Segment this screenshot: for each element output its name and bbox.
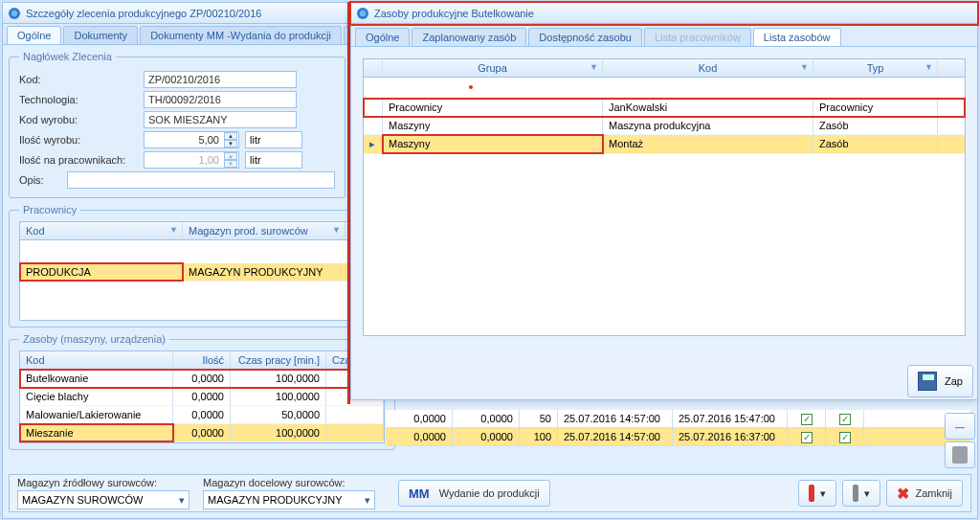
spinner-ilosc[interactable]: ▲▼ xyxy=(224,132,237,147)
rrow-2[interactable]: ▸ Maszyny Montaż Zasób xyxy=(364,135,965,154)
spin-down-icon: ▼ xyxy=(224,160,237,168)
check-icon[interactable]: ✓ xyxy=(839,414,851,425)
rgcol-grupa[interactable]: Grupa▼ xyxy=(383,59,603,77)
filter-icon[interactable]: ▼ xyxy=(924,62,933,72)
rcol-ilosc[interactable]: Ilość xyxy=(173,351,231,369)
wcol-kod[interactable]: Kod▼ xyxy=(20,222,183,239)
workers-grid[interactable]: Kod▼ Magazyn prod. surowców▼ Ilo PRODUKC… xyxy=(19,221,375,321)
rcell[interactable]: Butelkowanie xyxy=(20,370,173,387)
rcell[interactable] xyxy=(326,424,384,441)
rcell[interactable]: 100,0000 xyxy=(231,370,326,387)
tab-dokumenty[interactable]: Dokumenty xyxy=(63,26,138,44)
field-tech[interactable]: TH/00092/2016 xyxy=(144,91,297,108)
right-titlebar[interactable]: Zasoby produkcyjne Butelkowanie xyxy=(351,3,977,24)
res-row-2[interactable]: Malowanie/Lakierowanie 0,0000 50,0000 xyxy=(20,406,384,424)
rcell[interactable]: Pracownicy xyxy=(813,99,938,116)
rtab-zasobow[interactable]: Lista zasobów xyxy=(753,28,841,46)
src-combo[interactable]: MAGAZYN SUROWCÓW xyxy=(17,490,189,509)
rcell[interactable]: Montaż xyxy=(603,135,813,153)
sched-row-0[interactable]: 0,0000 0,0000 50 25.07.2016 14:57:00 25.… xyxy=(386,410,969,428)
rtab-pracownikow[interactable]: Lista pracowników xyxy=(644,28,751,46)
tab-dok-mm[interactable]: Dokumenty MM -Wydania do produkcji xyxy=(140,26,342,44)
filter-icon[interactable]: ▼ xyxy=(332,225,341,235)
rcell[interactable]: 0,0000 xyxy=(173,424,231,441)
src-value: MAGAZYN SUROWCÓW xyxy=(22,494,144,506)
workers-row-0[interactable]: PRODUKCJA MAGAZYN PRODUKCYJNY xyxy=(20,263,374,282)
spin-up-icon[interactable]: ▲ xyxy=(224,132,237,140)
rcell[interactable]: 100,0000 xyxy=(231,388,326,405)
close-button[interactable]: ✖ Zamknij xyxy=(886,480,963,507)
field-ilosc[interactable]: 5,00 ▲▼ xyxy=(144,131,239,148)
tab-ogolne[interactable]: Ogólne xyxy=(7,26,61,44)
fieldset-workers: Pracownicy Kod▼ Magazyn prod. surowców▼ … xyxy=(9,204,386,328)
field-wyrob[interactable]: SOK MIESZANY xyxy=(144,111,297,128)
rcell[interactable]: 100,0000 xyxy=(231,424,326,441)
dst-combo[interactable]: MAGAZYN PRODUKCYJNY xyxy=(203,490,375,509)
rgcol-typ-txt: Typ xyxy=(867,62,884,74)
field-iloscpr: 1,00 ▲▼ xyxy=(144,151,239,169)
save-button[interactable]: Zap xyxy=(907,365,973,397)
spin-down-icon[interactable]: ▼ xyxy=(224,140,237,147)
unit-ilosc[interactable]: litr xyxy=(245,131,302,148)
rcell[interactable]: Zasób xyxy=(813,117,938,134)
scell: 50 xyxy=(520,410,558,427)
row-handle: ▸ xyxy=(364,135,383,153)
rtab-dostepnosc[interactable]: Dostępność zasobu xyxy=(528,28,642,46)
rcell[interactable]: Malowanie/Lakierowanie xyxy=(20,406,173,423)
rgcol-kod[interactable]: Kod▼ xyxy=(603,59,813,77)
field-opis[interactable] xyxy=(67,171,335,189)
filter-icon[interactable]: ▼ xyxy=(590,62,598,72)
rrow-0[interactable]: Pracownicy JanKowalski Pracownicy xyxy=(364,99,965,117)
rcell[interactable] xyxy=(326,406,384,423)
gear-icon xyxy=(357,8,368,19)
rtab-ogolne[interactable]: Ogólne xyxy=(355,28,410,46)
pdf-button[interactable]: ▾ xyxy=(798,480,836,507)
rcell[interactable]: 50,0000 xyxy=(231,406,326,423)
wcell-mag[interactable]: MAGAZYN PRODUKCYJNY xyxy=(183,263,374,281)
sched-row-1[interactable]: 0,0000 0,0000 100 25.07.2016 14:57:00 25… xyxy=(386,428,969,446)
scell-chk[interactable]: ✓ xyxy=(826,410,864,428)
rcell[interactable]: Zasób xyxy=(813,135,938,153)
wcol-mag[interactable]: Magazyn prod. surowców▼ xyxy=(183,222,345,239)
rcell[interactable]: Cięcie blachy xyxy=(20,388,173,405)
rcell[interactable]: Maszyna produkcyjna xyxy=(603,117,813,134)
scell-chk[interactable]: ✓ xyxy=(788,410,826,428)
scell-chk[interactable]: ✓ xyxy=(788,428,826,446)
rcell[interactable]: 0,0000 xyxy=(173,406,231,423)
rcell[interactable]: JanKowalski xyxy=(603,99,813,116)
res-row-0[interactable]: Butelkowanie 0,0000 100,0000 xyxy=(20,370,384,388)
check-icon[interactable]: ✓ xyxy=(801,414,813,425)
del-button-button[interactable] xyxy=(945,441,975,468)
fieldset-resources: Zasoby (maszyny, urządzenia) Kod Ilość C… xyxy=(9,333,395,450)
rcol-czas[interactable]: Czas pracy [min.] xyxy=(231,351,326,369)
rcell[interactable]: Mieszanie xyxy=(20,424,173,441)
rgcol-typ[interactable]: Typ▼ xyxy=(813,59,938,77)
trash-icon xyxy=(952,446,968,463)
res-row-3[interactable]: Mieszanie 0,0000 100,0000 xyxy=(20,424,384,442)
rtab-zaplanowany[interactable]: Zaplanowany zasób xyxy=(412,28,526,46)
rcell[interactable]: 0,0000 xyxy=(173,388,231,405)
field-kod[interactable]: ZP/00210/2016 xyxy=(144,71,297,88)
mm-button[interactable]: MM Wydanie do produkcji xyxy=(398,480,550,507)
right-window: Zasoby produkcyjne Butelkowanie Ogólne Z… xyxy=(350,2,978,400)
check-icon[interactable]: ✓ xyxy=(839,432,851,443)
rcell[interactable]: Maszyny xyxy=(383,117,603,134)
check-icon[interactable]: ✓ xyxy=(801,432,813,443)
scell-chk[interactable]: ✓ xyxy=(826,428,864,446)
res-row-1[interactable]: Cięcie blachy 0,0000 100,0000 xyxy=(20,388,384,406)
rcol-kod[interactable]: Kod xyxy=(20,351,173,369)
right-grid[interactable]: Grupa▼ Kod▼ Typ▼ Pracownicy JanKowalski … xyxy=(363,58,966,336)
filter-icon[interactable]: ▼ xyxy=(169,225,178,235)
rgcol-grupa-txt: Grupa xyxy=(478,62,507,74)
bottom-bar: Magazyn źródłowy surowców: MAGAZYN SUROW… xyxy=(9,474,971,512)
fieldset-header: Nagłówek Zlecenia Kod: ZP/00210/2016 Tec… xyxy=(9,51,345,198)
rcell[interactable]: Maszyny xyxy=(383,135,603,153)
rcell[interactable]: 0,0000 xyxy=(173,370,231,387)
wcell-kod[interactable]: PRODUKCJA xyxy=(20,263,183,281)
rcell[interactable]: Pracownicy xyxy=(383,99,603,116)
side-button-1[interactable]: – xyxy=(945,413,975,440)
filter-icon[interactable]: ▼ xyxy=(800,62,809,72)
rrow-1[interactable]: Maszyny Maszyna produkcyjna Zasób xyxy=(364,117,965,135)
resources-grid[interactable]: Kod Ilość Czas pracy [min.] Czas uz Bute… xyxy=(19,350,385,443)
print-button[interactable]: ▾ xyxy=(842,480,880,507)
